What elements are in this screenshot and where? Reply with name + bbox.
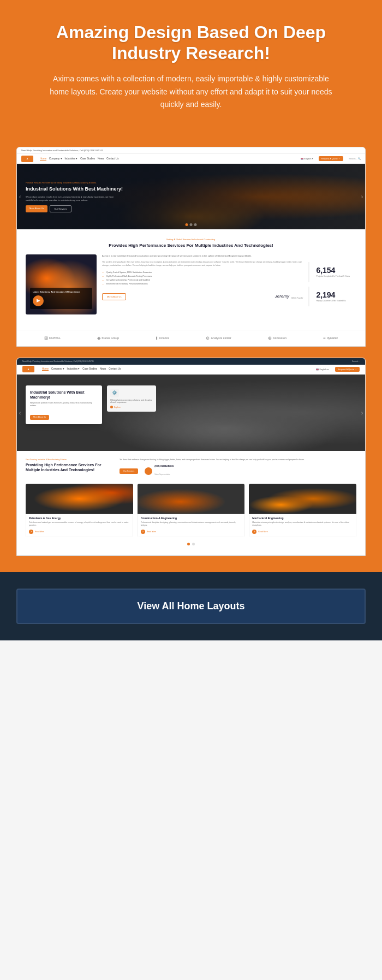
mockup2-explore-btn[interactable]: Explore: [110, 406, 153, 408]
hero-title: Amazing Design Based On Deep Industry Re…: [27, 22, 355, 64]
hero-section: Amazing Design Based On Deep Industry Re…: [0, 0, 382, 130]
service-card-body-2: Construction & Engineering Professional …: [138, 514, 245, 537]
content-title: Provides High Performance Services For M…: [26, 243, 356, 248]
feature-list: Quality Control System, 100% Satisfactio…: [102, 270, 303, 286]
read-more-label-1: Read More: [35, 531, 44, 533]
mockup1-orange-bg: Need Help: Providing Innovative and Sust…: [0, 130, 382, 572]
service-card-image-2: [138, 484, 245, 514]
mockup2-side-text: Utilising latest processing solutions, a…: [110, 399, 153, 405]
nav-industries[interactable]: Industries ▾: [65, 157, 78, 161]
contact-info: (002) 01061245741 Sales Representative: [154, 465, 174, 477]
stat-2-number: 2,194: [316, 291, 350, 299]
page-dot-1[interactable]: [187, 543, 190, 545]
read-more-label-3: Read More: [258, 531, 267, 533]
page-dot-2[interactable]: [192, 543, 195, 545]
nav-cta-btn[interactable]: Request A Quote →: [319, 156, 343, 161]
content-body: The world is changing faster than ever b…: [102, 261, 303, 267]
image-label-text: Latest Solutions, And Decades Of Experie…: [33, 290, 89, 293]
service-cards: Petroleum & Gas Energy Petroleum and nat…: [26, 484, 356, 537]
mockup2-nav-case[interactable]: Case Studies: [82, 367, 97, 371]
content-image-label: Latest Solutions, And Decades Of Experie…: [30, 288, 92, 309]
banner-next-arrow[interactable]: ›: [361, 194, 363, 200]
service-read-more-1[interactable]: Read More: [29, 530, 130, 534]
banner-secondary-btn[interactable]: Our Services: [50, 205, 71, 212]
mockup2-tag: Fast Growing Industrial & Manufacturing …: [26, 459, 113, 461]
nav-case-studies[interactable]: Case Studies: [80, 157, 95, 161]
service-card-body-3: Mechanical Engineering Materials science…: [249, 514, 356, 537]
mockup2-left-col: Fast Growing Industrial & Manufacturing …: [26, 459, 113, 478]
mockup2-prev-arrow[interactable]: ‹: [19, 409, 21, 415]
mockup1-navbar: A Home Company ▾ Industries ▾ Case Studi…: [17, 154, 365, 164]
mockup2-nav-links: Home Company ▾ Industries ▾ Case Studies…: [42, 367, 312, 371]
nav-contact[interactable]: Contact Us: [106, 157, 118, 161]
nav-language[interactable]: 🇬🇧 English ▾: [301, 157, 313, 160]
mockup2-content: Fast Growing Industrial & Manufacturing …: [17, 451, 365, 555]
explore-dot: [110, 406, 113, 408]
content-text: Axima is a representative Industrial Con…: [102, 254, 303, 314]
content-header: Setting A Global Standard to Industrial …: [26, 238, 356, 248]
content-image: Latest Solutions, And Decades Of Experie…: [26, 254, 97, 314]
mockup2-help-text: Need Help: Providing Innovative and Sust…: [22, 360, 94, 363]
nav-home[interactable]: Home: [40, 157, 46, 161]
mockup2-next-arrow[interactable]: ›: [361, 409, 363, 415]
read-more-icon-3: [252, 530, 256, 534]
mockup2-hero-btn[interactable]: More About Us: [30, 415, 49, 420]
mockup1-padding: Need Help: Providing Innovative and Sust…: [0, 130, 382, 346]
mockup2-nav-contact[interactable]: Contact Us: [109, 367, 121, 371]
stats-container: 6,154 Projects Completed In The Last 5 Y…: [308, 254, 356, 314]
banner-desc: We produce positive results from ever-gr…: [26, 195, 124, 202]
read-more-icon-1: [29, 530, 33, 534]
banner-dot-2[interactable]: [190, 223, 193, 226]
mockup2-service-btn[interactable]: Our Services: [120, 468, 138, 474]
service-card-3: Mechanical Engineering Materials science…: [249, 484, 356, 537]
feature-1: Quality Control System, 100% Satisfactio…: [102, 270, 303, 274]
contact-phone: (002) 01061245741: [154, 465, 174, 467]
mockup2-side-card: ⚙️ Utilising latest processing solutions…: [107, 385, 156, 412]
mockup2-hero-card: Industrial Solutions With Best Machinery…: [26, 385, 102, 425]
cta-section: View All Home Layouts: [0, 572, 382, 640]
service-card-image-1: [26, 484, 133, 514]
mockup2-nav-industries[interactable]: Industries ▾: [67, 367, 80, 371]
stat-1-number: 6,154: [316, 266, 350, 274]
mockup2-banner-title: Industrial Solutions With Best Machinery…: [30, 390, 98, 400]
client-dynamic: ≡ dynamic: [323, 336, 338, 341]
banner-title: Industrial Solutions With Best Machinery…: [26, 186, 124, 193]
service-card-body-1: Petroleum & Gas Energy Petroleum and nat…: [26, 514, 133, 537]
content-description: Axima is a representative Industrial Con…: [102, 254, 303, 258]
banner-primary-btn[interactable]: More About Us: [26, 205, 47, 212]
service-card-image-3: [249, 484, 356, 514]
client-finance: ⫿ Finance: [156, 336, 169, 341]
nav-search[interactable]: Search... 🔍: [349, 157, 361, 160]
mockup2-language[interactable]: 🇬🇧 English ▾: [316, 368, 328, 371]
stat-2-label: Happy Customers Who Trusted Us: [316, 300, 350, 302]
service-card-title-2: Construction & Engineering: [141, 516, 242, 520]
service-read-more-3[interactable]: Read More: [252, 530, 353, 534]
content-grid: Latest Solutions, And Decades Of Experie…: [26, 254, 356, 314]
clients-bar: ⊞ CAPITAL ◈ Status Group ⫿ Finance ⊙ Ana…: [17, 330, 365, 346]
content-tag: Setting A Global Standard to Industrial …: [26, 238, 356, 241]
service-read-more-2[interactable]: Read More: [141, 530, 242, 534]
mockup2-nav-company[interactable]: Company ▾: [51, 367, 64, 371]
banner-dot-1[interactable]: [186, 223, 188, 226]
mockup2-cta-btn[interactable]: Request A Quote →: [335, 367, 360, 372]
more-about-btn[interactable]: More About Us: [102, 293, 126, 300]
mockup2-banner-desc: We produce positive results from ever-gr…: [30, 402, 98, 408]
nav-company[interactable]: Company ▾: [49, 157, 62, 161]
banner-dot-3[interactable]: [194, 223, 197, 226]
banner-prev-arrow[interactable]: ‹: [19, 194, 21, 200]
service-card-title-3: Mechanical Engineering: [252, 516, 353, 520]
mockup2-nav-home[interactable]: Home: [42, 367, 49, 371]
mockup2-browser: Need Help: Providing Innovative and Sust…: [16, 358, 366, 556]
mockup2-actions: Our Services (002) 01061245741 Sales Rep…: [120, 465, 356, 477]
contact-avatar: [145, 467, 152, 475]
play-icon[interactable]: ▶: [33, 295, 44, 306]
mockup1-hero-banner: Positive Results From A Fast Growing Ind…: [17, 164, 365, 229]
nav-news[interactable]: News: [98, 157, 104, 161]
mockup2-search[interactable]: Search...: [352, 360, 360, 363]
mockup2-nav-news[interactable]: News: [100, 367, 106, 371]
stat-2: 2,194 Happy Customers Who Trusted Us: [308, 287, 356, 307]
banner-buttons: More About Us Our Services: [26, 205, 124, 212]
view-all-layouts-button[interactable]: View All Home Layouts: [16, 589, 366, 624]
hero-subtitle: Axima comes with a collection of modern,…: [49, 73, 333, 111]
help-text: Need Help: Providing Innovative and Sust…: [21, 149, 103, 152]
